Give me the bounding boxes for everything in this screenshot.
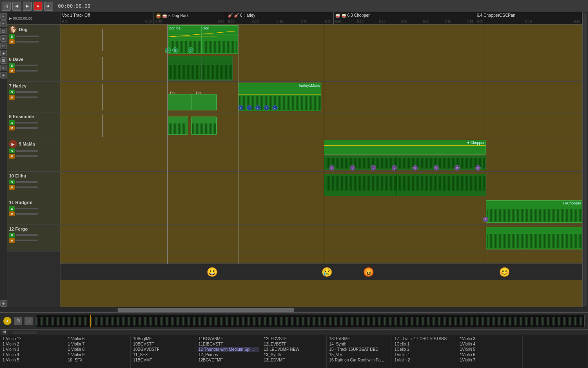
track-7-mute[interactable]: M [9,95,15,100]
route-btn[interactable]: → [24,317,33,325]
media-item[interactable]: 13LEVBMF [328,336,390,341]
media-item[interactable]: 12BGVEFMF [198,357,259,363]
media-item[interactable]: 11_SFX [132,352,194,357]
track-10-solo[interactable]: S [9,180,15,184]
media-item[interactable]: 1Violin 2 [394,357,455,363]
track-7-name: 7 Harley [9,83,27,89]
color-btn[interactable]: ● [3,317,11,325]
h-scroll-media[interactable] [13,331,37,334]
h-scroll-thumb[interactable] [118,308,294,312]
media-item[interactable]: 1 Violin 2 [2,341,63,347]
arrange-area[interactable]: Vox 1 Track Off 0:05 0:10 🥁 🥁 5 Dog Bark… [60,12,582,307]
media-item[interactable]: 15 - Track 15UPBEAT BED [328,347,390,352]
track-7-solo[interactable]: S [9,90,15,94]
media-item[interactable]: 13LEDVMF [263,357,325,363]
media-item[interactable]: 10_SFX [67,357,129,363]
track-9-mute[interactable]: M [9,154,15,159]
media-item[interactable]: 10AnglMF [132,336,194,341]
track-6-solo[interactable]: S [9,63,15,68]
fast-forward-button[interactable]: ⏭ [44,2,53,11]
track-6-mute[interactable]: M [9,68,15,73]
clip-ensemble-1[interactable] [167,117,188,135]
media-item[interactable]: 13 LEDVBMF NEW [263,347,325,352]
media-item[interactable]: 1Violin 7 [459,357,521,363]
cursor-tool[interactable]: ↖ [0,13,7,20]
media-item[interactable]: 12LEVBSTF [263,341,325,347]
clip-dave-2[interactable] [201,56,233,81]
zoom-tool[interactable]: ⊙ [0,35,7,42]
media-item[interactable]: 14_Synth [328,341,390,347]
play-button[interactable]: ▶ [23,2,32,11]
media-item[interactable]: 1 Violin 3 [2,347,63,352]
media-item[interactable]: 1 Violin 8 [67,347,129,352]
media-item[interactable]: 1Violin 6 [459,352,521,357]
media-item[interactable]: 12_Pianos [198,352,259,357]
track-11-solo[interactable]: S [9,206,15,211]
media-item[interactable]: 11BGVMF [132,357,194,363]
record-button[interactable]: ● [33,2,42,11]
split-tool[interactable]: ✂ [0,43,7,49]
mute-tool[interactable]: ◈ [0,50,7,56]
view-btn[interactable]: ⊞ [14,317,22,325]
track-12-solo[interactable]: S [9,233,15,238]
media-item[interactable]: 1 Violin 5 [2,357,63,363]
settings-tool[interactable]: ⚙ [0,300,7,307]
back-button[interactable]: ◁ [2,2,11,11]
clip-rudgrin-hchopper[interactable]: H-Chopper [486,200,582,223]
timeline-header: Vox 1 Track Off 0:05 0:10 🥁 🥁 5 Dog Bark… [60,12,582,25]
media-item[interactable]: 17 - Track 17 CHOIR STABS [394,336,455,341]
media-item[interactable]: 1 Violin 12 [2,336,63,341]
clip-harley-do2[interactable] [191,94,217,110]
seg3-label: 🎸 🎸 6 Harley [228,13,331,18]
media-item[interactable]: 10BGVSTF [132,341,194,347]
media-item[interactable]: 1Violin 4 [459,341,521,347]
media-item[interactable]: 11EIBGVSTF [198,341,259,347]
rewind-button[interactable]: ◀ [12,2,21,11]
env-tool[interactable]: ∿ [0,65,7,71]
clip-dog-2[interactable]: Dog [201,25,238,54]
media-item[interactable]: 1Violin 1 [394,352,455,357]
track-5-solo[interactable]: S [9,34,15,39]
vertical-scrollbar[interactable] [582,12,588,307]
media-item[interactable]: 1Violin 3 [459,336,521,341]
media-item[interactable]: 12LEDVSTF [263,336,325,341]
track-9-name: 9 MaMa [19,141,35,147]
track-10-mute[interactable]: M [9,185,15,190]
media-item[interactable]: 15_Vox [328,352,390,357]
v-sep-4 [486,25,486,264]
media-item[interactable]: 11BGVVBMF [198,336,259,341]
media-item[interactable]: 12 Thunder with Medium Spl... [198,347,259,352]
erase-tool[interactable]: ◻ [0,28,7,34]
media-item[interactable]: 1 Violin 9 [67,352,129,357]
clip-fergo-1[interactable] [486,227,582,249]
media-item[interactable]: 1 Violin 7 [67,341,129,347]
pencil-tool[interactable]: ✏ [0,20,7,27]
waveform-dave2 [202,65,232,79]
track-10-controls: S [9,180,58,184]
comp-tool[interactable]: ☰ [0,57,7,64]
media-item[interactable]: 1 Violin 4 [2,352,63,357]
clip-hchopper-1[interactable]: H-Chopper [324,140,486,155]
track-5-mute[interactable]: M [9,39,15,44]
clip-elihu-1[interactable] [324,174,486,196]
track-12-mute[interactable]: M [9,238,15,243]
track-9-solo[interactable]: S [9,148,15,153]
clip-ensemble-2[interactable] [191,117,217,135]
auto-line-dog2 [202,34,237,34]
media-item[interactable]: 13_Synth [263,352,325,357]
media-grid-btn[interactable]: ⊞ [2,330,7,335]
horizontal-scrollbar[interactable] [0,307,588,312]
track-item-6: 6 Dave S M [7,55,60,82]
media-item[interactable]: 10BGVVBSTF [132,347,194,352]
clip-harley-do1[interactable] [167,94,194,110]
media-item[interactable]: 1 Violin 6 [67,336,129,341]
media-item[interactable]: 16 Rain on Car Roof with Fa... [328,357,390,363]
media-item[interactable]: 1Cello 2 [394,347,455,352]
track-8-solo[interactable]: S [9,120,15,125]
track-8-mute[interactable]: M [9,126,15,130]
media-item[interactable]: 1Cello 1 [394,341,455,347]
clip-dave-1[interactable] [167,56,204,81]
track-11-mute[interactable]: M [9,211,15,216]
media-item[interactable]: 1Violin 5 [459,347,521,352]
fade-tool[interactable]: ⊗ [0,72,7,79]
